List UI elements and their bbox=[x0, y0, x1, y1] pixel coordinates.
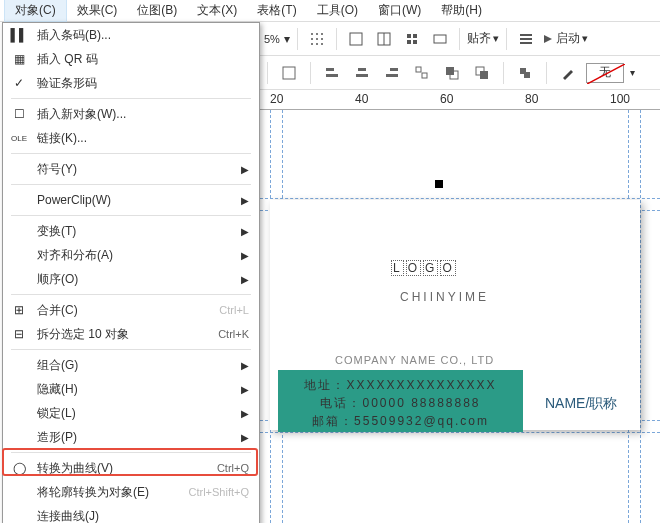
submenu-arrow-icon: ▶ bbox=[241, 250, 249, 261]
order-front-icon[interactable] bbox=[440, 61, 464, 85]
object-icon: ☐ bbox=[11, 106, 27, 122]
svg-rect-24 bbox=[358, 68, 366, 71]
zoom-percent[interactable]: 5% bbox=[264, 33, 280, 45]
menu-shaping[interactable]: 造形(P)▶ bbox=[3, 425, 259, 449]
break-icon: ⊟ bbox=[11, 326, 27, 342]
submenu-arrow-icon: ▶ bbox=[241, 226, 249, 237]
menu-window[interactable]: 窗口(W) bbox=[368, 0, 431, 21]
menu-object[interactable]: 对象(C) bbox=[4, 0, 67, 22]
menu-insert-object[interactable]: ☐插入新对象(W)... bbox=[3, 102, 259, 126]
barcode-icon: ▌▌ bbox=[11, 27, 27, 43]
menu-convert-to-curves[interactable]: ◯转换为曲线(V)Ctrl+Q bbox=[3, 456, 259, 480]
menu-lock[interactable]: 锁定(L)▶ bbox=[3, 401, 259, 425]
align-right-icon[interactable] bbox=[380, 61, 404, 85]
menu-align-distribute[interactable]: 对齐和分布(A)▶ bbox=[3, 243, 259, 267]
tool-icon-a[interactable] bbox=[344, 27, 368, 51]
contact-box[interactable]: 地址：XXXXXXXXXXXXXXX 电话：00000 88888888 邮箱：… bbox=[278, 370, 523, 432]
svg-rect-29 bbox=[422, 73, 427, 78]
snap-to-dropdown[interactable]: 贴齐 ▾ bbox=[467, 30, 499, 47]
combine-icon[interactable] bbox=[513, 61, 537, 85]
menu-break-apart[interactable]: ⊟拆分选定 10 对象Ctrl+K bbox=[3, 322, 259, 346]
svg-rect-19 bbox=[520, 42, 532, 44]
svg-rect-22 bbox=[326, 68, 334, 71]
canvas-workspace[interactable]: LOGO CHIINYIME COMPANY NAME CO., LTD 地址：… bbox=[260, 110, 660, 523]
separator bbox=[336, 28, 337, 50]
submenu-arrow-icon: ▶ bbox=[241, 384, 249, 395]
svg-rect-23 bbox=[326, 74, 338, 77]
menu-effects[interactable]: 效果(C) bbox=[67, 0, 128, 21]
menu-text[interactable]: 文本(X) bbox=[187, 0, 247, 21]
submenu-arrow-icon: ▶ bbox=[241, 360, 249, 371]
svg-point-8 bbox=[321, 43, 323, 45]
separator bbox=[267, 62, 268, 84]
guide-line[interactable] bbox=[260, 432, 660, 433]
svg-rect-26 bbox=[390, 68, 398, 71]
options-icon[interactable] bbox=[514, 27, 538, 51]
svg-rect-18 bbox=[520, 38, 532, 40]
guide-line[interactable] bbox=[640, 110, 641, 523]
submenu-arrow-icon: ▶ bbox=[241, 432, 249, 443]
svg-point-5 bbox=[321, 38, 323, 40]
svg-point-7 bbox=[316, 43, 318, 45]
menu-symbols[interactable]: 符号(Y)▶ bbox=[3, 157, 259, 181]
menu-insert-barcode[interactable]: ▌▌插入条码(B)... bbox=[3, 23, 259, 47]
shape-tool-icon[interactable] bbox=[277, 61, 301, 85]
tool-icon-b[interactable] bbox=[372, 27, 396, 51]
grid-dots-icon[interactable] bbox=[305, 27, 329, 51]
address-line: 地址：XXXXXXXXXXXXXXX bbox=[288, 376, 513, 394]
svg-rect-13 bbox=[413, 34, 417, 38]
menu-powerclip[interactable]: PowerClip(W)▶ bbox=[3, 188, 259, 212]
logo-text[interactable]: LOGO bbox=[390, 250, 457, 278]
menu-outline-to-object: 将轮廓转换为对象(E)Ctrl+Shift+Q bbox=[3, 480, 259, 504]
menu-bitmap[interactable]: 位图(B) bbox=[127, 0, 187, 21]
pen-icon[interactable] bbox=[556, 61, 580, 85]
svg-point-1 bbox=[316, 33, 318, 35]
svg-point-6 bbox=[311, 43, 313, 45]
horizontal-ruler: 20 40 60 80 100 bbox=[260, 90, 660, 110]
fill-swatch[interactable]: 无 bbox=[586, 63, 624, 83]
svg-rect-14 bbox=[407, 40, 411, 44]
menu-help[interactable]: 帮助(H) bbox=[431, 0, 492, 21]
link-icon: OLE bbox=[11, 130, 27, 146]
separator bbox=[546, 62, 547, 84]
menu-transform[interactable]: 变换(T)▶ bbox=[3, 219, 259, 243]
menu-insert-qr[interactable]: ▦插入 QR 码 bbox=[3, 47, 259, 71]
selection-handle[interactable] bbox=[435, 180, 443, 188]
menu-order[interactable]: 顺序(O)▶ bbox=[3, 267, 259, 291]
menu-group[interactable]: 组合(G)▶ bbox=[3, 353, 259, 377]
svg-rect-9 bbox=[350, 33, 362, 45]
svg-line-36 bbox=[587, 64, 625, 84]
menu-links[interactable]: OLE链接(K)... bbox=[3, 126, 259, 150]
menu-join-curves[interactable]: 连接曲线(J) bbox=[3, 504, 259, 523]
svg-rect-28 bbox=[416, 67, 421, 72]
svg-rect-27 bbox=[386, 74, 398, 77]
tool-icon-c[interactable] bbox=[400, 27, 424, 51]
menu-separator bbox=[11, 294, 251, 295]
svg-rect-35 bbox=[524, 72, 530, 78]
email-line: 邮箱：55509932@qq.com bbox=[288, 412, 513, 430]
dropdown-arrow-icon[interactable]: ▾ bbox=[284, 32, 290, 46]
tool-icon-d[interactable] bbox=[428, 27, 452, 51]
name-title-text[interactable]: NAME/职称 bbox=[545, 395, 617, 413]
launch-dropdown[interactable]: 启动 ▾ bbox=[542, 30, 588, 47]
submenu-arrow-icon: ▶ bbox=[241, 195, 249, 206]
menu-table[interactable]: 表格(T) bbox=[247, 0, 306, 21]
subtitle-text[interactable]: CHIINYIME bbox=[400, 290, 489, 304]
menu-validate-barcode[interactable]: ✓验证条形码 bbox=[3, 71, 259, 95]
order-back-icon[interactable] bbox=[470, 61, 494, 85]
phone-line: 电话：00000 88888888 bbox=[288, 394, 513, 412]
align-left-icon[interactable] bbox=[320, 61, 344, 85]
submenu-arrow-icon: ▶ bbox=[241, 164, 249, 175]
align-center-icon[interactable] bbox=[350, 61, 374, 85]
distribute-icon[interactable] bbox=[410, 61, 434, 85]
menu-hide[interactable]: 隐藏(H)▶ bbox=[3, 377, 259, 401]
guide-line[interactable] bbox=[260, 198, 660, 199]
dropdown-arrow-icon[interactable]: ▾ bbox=[630, 67, 635, 78]
menu-separator bbox=[11, 349, 251, 350]
submenu-arrow-icon: ▶ bbox=[241, 408, 249, 419]
menu-tools[interactable]: 工具(O) bbox=[307, 0, 368, 21]
separator bbox=[297, 28, 298, 50]
company-text[interactable]: COMPANY NAME CO., LTD bbox=[335, 354, 494, 366]
svg-point-4 bbox=[316, 38, 318, 40]
menu-separator bbox=[11, 153, 251, 154]
